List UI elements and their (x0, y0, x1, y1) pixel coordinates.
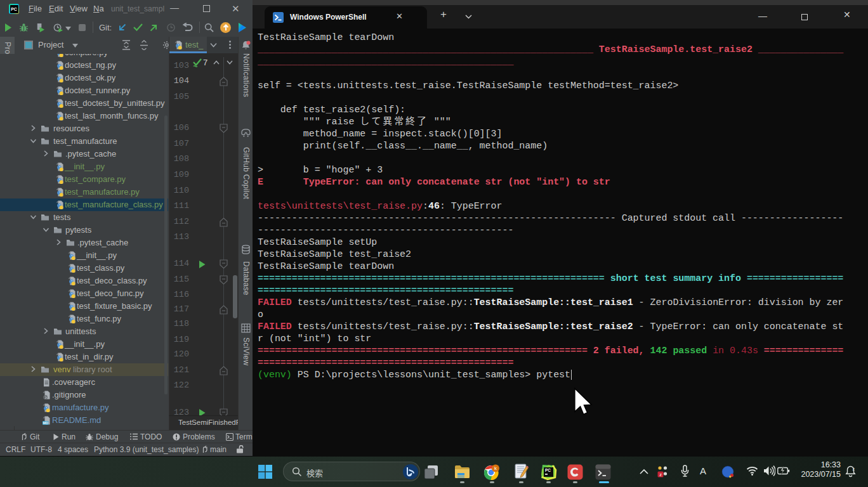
svg-text:z: z (659, 472, 662, 477)
svg-text:z: z (853, 467, 855, 471)
svg-text:PC: PC (545, 468, 551, 472)
